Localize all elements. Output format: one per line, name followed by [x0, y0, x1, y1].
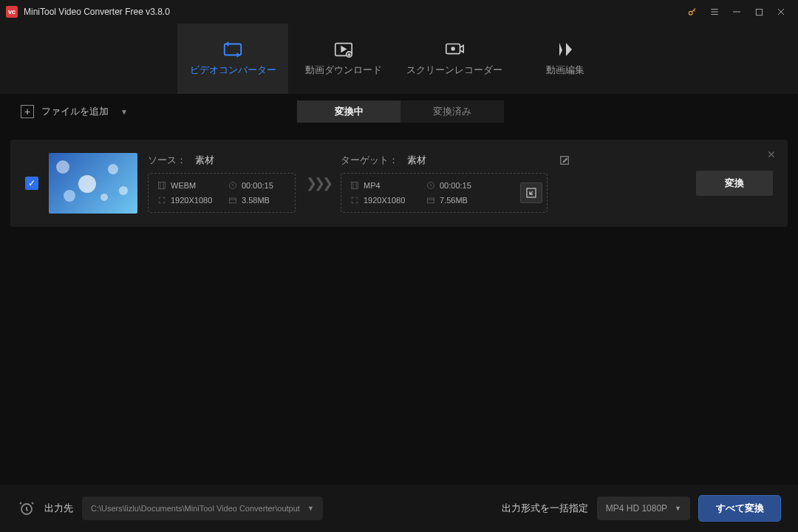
bottom-bar: 出力先 C:\Users\lizlu\Documents\MiniTool Vi… [0, 485, 798, 532]
output-label: 出力先 [44, 502, 73, 515]
toolbar: + ファイルを追加 ▼ 変換中 変換済み [0, 94, 798, 129]
main-tabs: ビデオコンバーター 動画ダウンロード スクリーンレコーダー 動画編集 [0, 24, 798, 94]
edit-icon [555, 41, 576, 58]
svg-rect-1 [756, 9, 762, 15]
target-settings-button[interactable] [520, 183, 542, 203]
minimize-button[interactable] [726, 0, 748, 24]
source-spec: ソース： 素材 WEBM 00:00:15 1920X1080 3.58MB [148, 154, 296, 213]
svg-rect-8 [159, 183, 166, 189]
arrow-icon: ❯❯❯ [306, 175, 330, 191]
seg-done[interactable]: 変換済み [400, 100, 504, 123]
convert-all-button[interactable]: すべて変換 [699, 496, 780, 521]
output-path-value: C:\Users\lizlu\Documents\MiniTool Video … [91, 504, 300, 513]
video-thumbnail[interactable] [49, 153, 137, 214]
svg-rect-2 [225, 44, 241, 55]
output-path-select[interactable]: C:\Users\lizlu\Documents\MiniTool Video … [82, 497, 323, 520]
hamburger-icon[interactable] [703, 0, 726, 24]
remove-item-button[interactable]: ✕ [764, 147, 779, 162]
target-size: 7.56MB [440, 196, 468, 205]
conversion-list: ✓ ソース： 素材 WEBM 00:00:15 1920X1080 3.58MB [0, 129, 798, 237]
download-icon [333, 41, 354, 58]
seg-converting[interactable]: 変換中 [297, 100, 400, 123]
target-label: ターゲット： [341, 154, 401, 166]
tab-screen-recorder[interactable]: スクリーンレコーダー [399, 24, 510, 94]
convert-button[interactable]: 変換 [696, 171, 773, 196]
conversion-item: ✓ ソース： 素材 WEBM 00:00:15 1920X1080 3.58MB [10, 140, 788, 227]
tab-label: 動画ダウンロード [305, 64, 382, 77]
chevron-down-icon: ▼ [675, 505, 681, 512]
svg-rect-12 [352, 183, 358, 189]
svg-rect-14 [428, 198, 434, 203]
maximize-button[interactable] [748, 0, 770, 24]
tab-video-edit[interactable]: 動画編集 [510, 24, 621, 94]
tab-video-download[interactable]: 動画ダウンロード [288, 24, 399, 94]
rename-icon[interactable] [559, 155, 570, 166]
source-duration: 00:00:15 [242, 181, 273, 190]
target-resolution: 1920X1080 [364, 196, 405, 205]
add-file-label: ファイルを追加 [41, 105, 109, 118]
svg-marker-4 [341, 47, 346, 52]
source-resolution: 1920X1080 [171, 196, 212, 205]
tab-label: ビデオコンバーター [190, 64, 276, 77]
key-icon[interactable] [681, 0, 703, 24]
target-spec: ターゲット： 素材 MP4 00:00:15 1920X1080 7.56MB [341, 154, 570, 213]
status-segment: 変換中 変換済み [297, 100, 504, 123]
source-size: 3.58MB [242, 196, 270, 205]
source-format: WEBM [171, 181, 196, 190]
app-logo: vc [6, 6, 18, 18]
source-label: ソース： [148, 154, 189, 166]
converter-icon [222, 41, 243, 58]
target-format: MP4 [364, 181, 381, 190]
batch-format-select[interactable]: MP4 HD 1080P ▼ [597, 497, 690, 520]
titlebar: vc MiniTool Video Converter Free v3.8.0 [0, 0, 798, 24]
target-name: 素材 [407, 154, 426, 166]
add-file-button[interactable]: + ファイルを追加 ▼ [21, 105, 128, 118]
svg-rect-10 [230, 198, 236, 203]
chevron-down-icon: ▼ [307, 505, 314, 512]
svg-point-7 [451, 47, 454, 50]
tab-label: スクリーンレコーダー [406, 64, 502, 77]
schedule-icon[interactable] [18, 499, 35, 517]
item-checkbox[interactable]: ✓ [25, 177, 38, 190]
tab-label: 動画編集 [546, 64, 584, 77]
close-button[interactable] [770, 0, 792, 24]
chevron-down-icon: ▼ [120, 108, 128, 116]
add-file-icon: + [21, 105, 34, 118]
tab-video-converter[interactable]: ビデオコンバーター [177, 24, 288, 94]
recorder-icon [444, 41, 465, 58]
batch-format-value: MP4 HD 1080P [606, 503, 667, 514]
app-title: MiniTool Video Converter Free v3.8.0 [24, 7, 170, 17]
target-duration: 00:00:15 [440, 181, 471, 190]
source-name: 素材 [195, 154, 214, 166]
batch-format-label: 出力形式を一括指定 [502, 502, 588, 515]
